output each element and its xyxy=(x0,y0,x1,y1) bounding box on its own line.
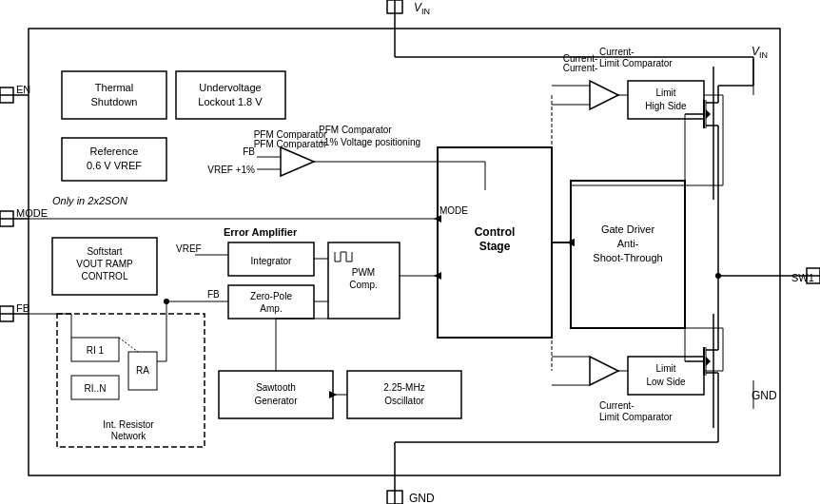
svg-text:Current-: Current- xyxy=(563,53,598,64)
svg-text:Only in 2x2SON: Only in 2x2SON xyxy=(52,195,127,206)
svg-text:PFM Comparator: PFM Comparator xyxy=(254,139,327,149)
svg-text:Limit: Limit xyxy=(655,87,675,98)
svg-text:Oscillator: Oscillator xyxy=(384,396,424,406)
svg-text:VREF +1%: VREF +1% xyxy=(207,165,255,175)
svg-text:FB: FB xyxy=(243,146,255,157)
svg-text:CONTROL: CONTROL xyxy=(82,271,128,281)
svg-text:SW1: SW1 xyxy=(791,272,814,283)
svg-text:PFM Comparator: PFM Comparator xyxy=(319,125,392,135)
svg-text:Network: Network xyxy=(111,431,147,441)
svg-text:Thermal: Thermal xyxy=(95,82,133,93)
svg-text:EN: EN xyxy=(16,84,30,95)
svg-text:FB: FB xyxy=(16,302,29,314)
svg-point-103 xyxy=(715,273,721,279)
svg-text:GND: GND xyxy=(752,389,777,402)
svg-text:Limit: Limit xyxy=(655,363,675,374)
diagram-container: V IN GND EN MODE FB SW1 V IN GND xyxy=(0,0,820,504)
svg-text:Current-: Current- xyxy=(563,63,598,73)
svg-text:Stage: Stage xyxy=(479,240,511,253)
svg-text:Error Amplifier: Error Amplifier xyxy=(224,226,298,238)
svg-text:PWM: PWM xyxy=(352,267,375,278)
svg-text:+1% Voltage positioning: +1% Voltage positioning xyxy=(319,137,420,147)
svg-text:2.25-MHz: 2.25-MHz xyxy=(383,382,424,393)
svg-text:FB: FB xyxy=(207,289,220,300)
svg-text:Comp.: Comp. xyxy=(349,280,377,290)
svg-text:High Side: High Side xyxy=(645,101,687,111)
svg-text:Undervoltage: Undervoltage xyxy=(199,82,261,93)
svg-text:Reference: Reference xyxy=(90,145,139,157)
svg-text:MODE: MODE xyxy=(16,207,48,219)
svg-text:VREF: VREF xyxy=(176,243,202,254)
svg-text:MODE: MODE xyxy=(439,205,468,216)
svg-text:Amp.: Amp. xyxy=(260,303,282,314)
svg-text:GND: GND xyxy=(409,492,435,504)
svg-text:Limit Comparator: Limit Comparator xyxy=(599,412,673,422)
svg-text:Int. Resistor: Int. Resistor xyxy=(103,419,154,430)
svg-text:IN: IN xyxy=(421,7,430,16)
svg-text:Generator: Generator xyxy=(254,396,298,406)
svg-text:IN: IN xyxy=(759,50,768,60)
svg-text:RI..N: RI..N xyxy=(85,383,107,394)
svg-text:RA: RA xyxy=(136,365,149,376)
svg-text:Control: Control xyxy=(475,225,516,239)
svg-text:Integrator: Integrator xyxy=(251,256,292,266)
svg-text:VOUT RAMP: VOUT RAMP xyxy=(76,259,133,269)
svg-text:Zero-Pole: Zero-Pole xyxy=(250,291,292,301)
svg-text:Current-: Current- xyxy=(599,400,635,411)
svg-text:0.6 V VREF: 0.6 V VREF xyxy=(87,160,142,171)
svg-text:PFM Comparator: PFM Comparator xyxy=(254,129,327,140)
svg-text:Low Side: Low Side xyxy=(646,377,686,387)
svg-text:Shoot-Through: Shoot-Through xyxy=(593,252,662,263)
svg-text:RI 1: RI 1 xyxy=(87,345,105,356)
svg-text:Current-: Current- xyxy=(599,47,635,57)
svg-text:Limit Comparator: Limit Comparator xyxy=(599,58,673,68)
svg-text:Sawtooth: Sawtooth xyxy=(256,382,296,393)
svg-text:Gate Driver: Gate Driver xyxy=(601,223,655,235)
svg-text:Softstart: Softstart xyxy=(87,246,122,257)
svg-text:Lockout 1.8 V: Lockout 1.8 V xyxy=(198,96,263,107)
svg-text:Anti-: Anti- xyxy=(617,238,639,249)
svg-text:Shutdown: Shutdown xyxy=(91,96,138,107)
